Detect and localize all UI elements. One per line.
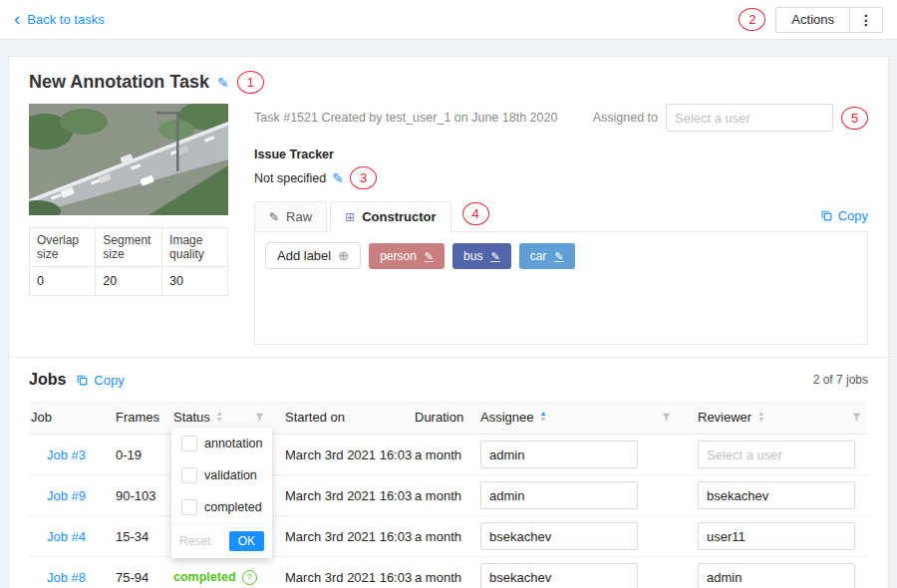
kebab-menu-icon: ⋮ (859, 12, 873, 28)
filter-option-validation[interactable]: validation (171, 459, 272, 491)
duration-cell: a month (413, 529, 478, 544)
label-chip-person[interactable]: person ✎ (369, 243, 445, 269)
checkbox[interactable] (181, 436, 197, 451)
checkbox[interactable] (181, 467, 197, 483)
task-panel: New Annotation Task ✎ 1 (8, 56, 889, 362)
col-duration-header: Duration (413, 410, 478, 425)
param-overlap-value: 0 (30, 267, 96, 296)
job-link[interactable]: Job #9 (47, 488, 86, 503)
caret-down-icon: ▼ (757, 417, 764, 423)
task-params-table: Overlap size Segment size Image quality … (29, 227, 228, 296)
duration-cell: a month (413, 447, 478, 462)
status-filter-dropdown: annotation validation completed Reset OK (171, 428, 272, 558)
sort-carets[interactable]: ▲▼ (757, 411, 764, 423)
frames-cell: 0-19 (114, 447, 171, 462)
pencil-icon[interactable]: ✎ (554, 251, 563, 262)
add-label-button[interactable]: Add label ⊕ (265, 242, 361, 269)
duration-cell: a month (413, 570, 478, 585)
back-label: Back to tasks (27, 12, 104, 27)
add-label-text: Add label (277, 248, 331, 263)
label-chip-bus[interactable]: bus ✎ (452, 243, 511, 269)
reviewer-input[interactable] (698, 563, 855, 588)
started-cell: March 3rd 2021 16:03 (283, 529, 413, 544)
assignee-input[interactable] (480, 563, 638, 588)
jobs-table: Job Frames Status ▲▼ Started on Duration… (29, 400, 868, 588)
assignee-input[interactable] (480, 481, 638, 509)
job-row: Job #9 90-103 March 3rd 2021 16:03 a mon… (29, 475, 868, 516)
topbar: ‹ Back to tasks 2 Actions ⋮ (0, 0, 897, 40)
sort-carets[interactable]: ▲▼ (539, 411, 546, 423)
param-segment-value: 20 (96, 267, 162, 296)
reviewer-input[interactable] (698, 481, 855, 509)
jobs-copy-link[interactable]: Copy (76, 373, 124, 388)
reviewer-input[interactable] (698, 522, 855, 550)
filter-option-annotation[interactable]: annotation (171, 428, 272, 459)
task-assignee-input[interactable] (666, 104, 833, 132)
label-name: person (380, 249, 417, 263)
assigned-to-label: Assigned to (593, 111, 658, 125)
labels-copy-link[interactable]: Copy (820, 208, 868, 231)
reviewer-filter-icon[interactable] (851, 412, 862, 423)
col-job-header: Job (29, 410, 114, 425)
tab-raw[interactable]: ✎ Raw (254, 201, 327, 231)
tab-constructor[interactable]: ⊞ Constructor (330, 201, 450, 232)
edit-issue-tracker-icon[interactable]: ✎ (332, 170, 344, 186)
filter-option-label: annotation (204, 437, 262, 450)
issue-tracker-value: Not specified (254, 171, 326, 185)
col-status-header[interactable]: Status ▲▼ (171, 410, 283, 425)
filter-ok-button[interactable]: OK (229, 531, 264, 551)
jobs-table-header-row: Job Frames Status ▲▼ Started on Duration… (29, 400, 868, 435)
filter-reset-button[interactable]: Reset (179, 534, 210, 548)
pencil-icon[interactable]: ✎ (425, 251, 434, 262)
status-filter-icon[interactable] (254, 412, 265, 423)
job-link[interactable]: Job #3 (47, 447, 86, 462)
param-overlap-header: Overlap size (30, 228, 96, 267)
annotation-mark-3: 3 (350, 166, 377, 189)
job-link[interactable]: Job #8 (47, 570, 86, 585)
actions-button[interactable]: Actions (775, 7, 850, 33)
tab-raw-label: Raw (286, 209, 312, 224)
sort-carets[interactable]: ▲▼ (216, 411, 223, 423)
started-cell: March 3rd 2021 16:03 (283, 447, 413, 462)
frames-cell: 75-94 (114, 570, 171, 585)
traffic-scene-graphic (29, 104, 228, 215)
status-text: completed (173, 570, 236, 584)
caret-down-icon: ▼ (216, 417, 223, 423)
actions-more-button[interactable]: ⋮ (849, 7, 883, 33)
frames-cell: 90-103 (114, 488, 171, 503)
filter-option-label: completed (204, 500, 262, 514)
labels-editor: Add label ⊕ person ✎ bus ✎ car ✎ (254, 232, 868, 345)
task-meta: Task #1521 Created by test_user_1 on Jun… (254, 111, 557, 125)
task-preview-image (29, 104, 228, 215)
started-cell: March 3rd 2021 16:03 (283, 488, 413, 503)
param-quality-header: Image quality (162, 228, 228, 267)
started-cell: March 3rd 2021 16:03 (283, 570, 413, 585)
copy-icon (820, 209, 833, 222)
reviewer-input[interactable] (698, 441, 855, 468)
pencil-icon: ✎ (269, 210, 279, 224)
status-cell: completed ? (173, 570, 283, 585)
constructor-block-icon: ⊞ (345, 210, 355, 224)
edit-task-name-icon[interactable]: ✎ (217, 75, 229, 91)
col-frames-header: Frames (114, 410, 171, 425)
filter-option-label: validation (204, 468, 257, 482)
label-chip-car[interactable]: car ✎ (519, 243, 575, 269)
label-name: car (530, 249, 547, 263)
back-to-tasks-link[interactable]: ‹ Back to tasks (14, 11, 105, 28)
checkbox[interactable] (181, 499, 197, 515)
col-reviewer-header[interactable]: Reviewer ▲▼ (696, 410, 868, 425)
assignee-input[interactable] (480, 441, 638, 468)
jobs-panel: Jobs Copy 2 of 7 jobs Job Frames Status … (8, 357, 889, 588)
duration-cell: a month (413, 488, 478, 503)
tab-constructor-label: Constructor (362, 209, 436, 224)
pencil-icon[interactable]: ✎ (490, 251, 499, 262)
question-circle-icon[interactable]: ? (242, 570, 257, 585)
assignee-input[interactable] (480, 522, 638, 550)
assignee-filter-icon[interactable] (661, 412, 672, 423)
col-assignee-header[interactable]: Assignee ▲▼ (478, 410, 696, 425)
jobs-title: Jobs (29, 371, 66, 389)
filter-option-completed[interactable]: completed (171, 491, 272, 523)
param-segment-header: Segment size (96, 228, 162, 267)
task-title: New Annotation Task (29, 72, 209, 93)
job-link[interactable]: Job #4 (47, 529, 86, 544)
